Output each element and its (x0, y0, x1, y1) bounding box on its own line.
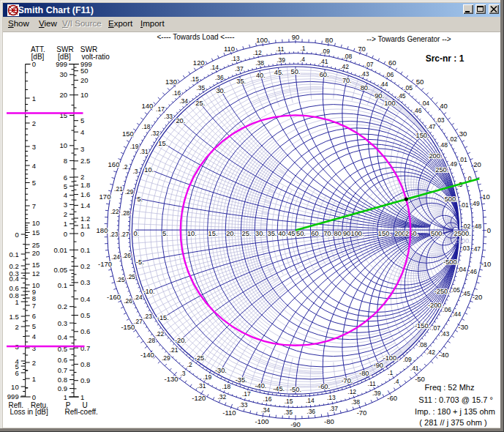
svg-text:250.: 250. (405, 230, 418, 237)
svg-text:.45: .45 (462, 290, 470, 297)
svg-text:.38: .38 (351, 398, 360, 406)
svg-text:-20: -20 (473, 293, 483, 301)
svg-text:-15.: -15. (157, 314, 169, 321)
svg-text:-170: -170 (98, 260, 112, 268)
svg-text:.49: .49 (448, 160, 457, 168)
svg-text:.07: .07 (365, 61, 374, 68)
svg-text:4: 4 (64, 191, 67, 199)
svg-text:1.4: 1.4 (80, 201, 90, 209)
svg-text:3: 3 (80, 145, 84, 153)
svg-text:Loss in [dB]: Loss in [dB] (10, 408, 48, 416)
svg-text:0.1: 0.1 (9, 250, 18, 258)
svg-text:60.: 60. (320, 71, 329, 78)
svg-text:500.: 500. (431, 230, 444, 237)
svg-text:( 281 // j 375 ohm ): ( 281 // j 375 ohm ) (419, 418, 486, 427)
svg-text:-5.: -5. (136, 258, 144, 266)
svg-text:.18: .18 (222, 383, 230, 390)
svg-text:-25.: -25. (195, 354, 206, 362)
svg-text:6: 6 (64, 174, 67, 182)
svg-text:-50.: -50. (290, 386, 301, 393)
svg-text:2: 2 (80, 173, 84, 181)
svg-text:30: 30 (59, 70, 67, 78)
svg-text:70.: 70. (342, 77, 352, 84)
svg-text:20: 20 (80, 76, 89, 84)
svg-text:1: 1 (32, 94, 36, 103)
svg-text:.19: .19 (130, 143, 139, 150)
svg-text:0.6: 0.6 (80, 327, 90, 335)
svg-text:35.: 35. (236, 78, 246, 85)
svg-text:25.: 25. (195, 100, 205, 107)
svg-text:.28: .28 (121, 209, 130, 217)
svg-text:.16: .16 (172, 89, 181, 97)
svg-text:5.: 5. (137, 195, 143, 203)
svg-text:1.1: 1.1 (80, 222, 90, 230)
svg-text:.25: .25 (116, 276, 125, 283)
svg-text:.08: .08 (343, 53, 352, 60)
svg-text:25: 25 (32, 241, 40, 249)
svg-text:S11 : 0.703 @ 15.7 °: S11 : 0.703 @ 15.7 ° (418, 395, 493, 404)
svg-text:10: 10 (482, 193, 490, 201)
svg-text:-90.: -90. (374, 362, 385, 369)
svg-text:0: 0 (15, 231, 18, 239)
svg-text:.11: .11 (276, 45, 284, 53)
svg-text:5.: 5. (162, 230, 168, 237)
svg-text:45.: 45. (274, 69, 284, 76)
svg-text:.29: .29 (162, 354, 170, 362)
svg-text:5: 5 (64, 182, 67, 190)
svg-text:.42: .42 (340, 63, 349, 70)
svg-text:1: 1 (64, 220, 67, 228)
svg-text:150: 150 (122, 130, 134, 138)
svg-text:500.: 500. (445, 195, 458, 203)
svg-text:.26: .26 (124, 297, 132, 305)
svg-text:-60: -60 (387, 394, 397, 402)
svg-text:Refl-coeff.: Refl-coeff. (65, 408, 98, 416)
svg-text:.46: .46 (413, 107, 422, 114)
svg-text:0.4: 0.4 (58, 333, 67, 341)
svg-text:.33: .33 (239, 401, 248, 409)
svg-text:0.9: 0.9 (80, 376, 90, 384)
svg-text:0.8: 0.8 (58, 376, 67, 384)
svg-text:SWR: SWR (80, 45, 97, 53)
svg-text:.05: .05 (451, 286, 460, 294)
svg-text:2: 2 (64, 210, 67, 218)
svg-text:0: 0 (32, 393, 36, 401)
svg-text:-35.: -35. (236, 376, 247, 384)
svg-text:50: 50 (416, 78, 424, 86)
svg-text:10: 10 (80, 91, 89, 99)
svg-text:10: 10 (11, 383, 19, 391)
svg-text:100.: 100. (351, 230, 364, 237)
svg-text:.47: .47 (472, 245, 481, 253)
svg-text:0.05: 0.05 (54, 266, 68, 274)
svg-text:.07: .07 (432, 324, 440, 332)
svg-text:-30.: -30. (215, 367, 227, 374)
svg-text:.15: .15 (285, 398, 293, 405)
svg-text:.42: .42 (426, 349, 435, 356)
svg-text:0.1: 0.1 (80, 246, 90, 254)
svg-text:3: 3 (32, 344, 36, 352)
svg-text:-500.: -500. (443, 258, 459, 266)
svg-text:-140: -140 (140, 351, 154, 359)
svg-text:3: 3 (64, 201, 67, 209)
svg-text:[dB]: [dB] (31, 53, 45, 61)
svg-text:-90: -90 (290, 420, 301, 428)
svg-text:.13: .13 (231, 55, 240, 62)
svg-text:4: 4 (80, 128, 84, 136)
svg-text:1.6: 1.6 (80, 190, 90, 198)
svg-text:-160: -160 (107, 293, 121, 301)
svg-text:.4: .4 (394, 378, 399, 385)
svg-text:70: 70 (358, 45, 366, 53)
svg-text:50.: 50. (296, 230, 306, 237)
svg-text:.39: .39 (277, 56, 285, 64)
svg-text:.48: .48 (473, 223, 481, 230)
svg-text:.46: .46 (468, 268, 477, 275)
svg-text:.33: .33 (164, 113, 173, 120)
svg-text:.01: .01 (459, 156, 467, 163)
svg-text:.36: .36 (306, 408, 315, 415)
svg-text:-60.: -60. (318, 383, 330, 390)
svg-text:50.: 50. (291, 68, 301, 75)
svg-text:160: 160 (108, 160, 120, 168)
svg-text:15.: 15. (158, 140, 168, 147)
svg-text:Freq : 52 Mhz: Freq : 52 Mhz (425, 383, 475, 392)
svg-text:.35: .35 (284, 409, 293, 416)
svg-text:8: 8 (64, 157, 67, 165)
